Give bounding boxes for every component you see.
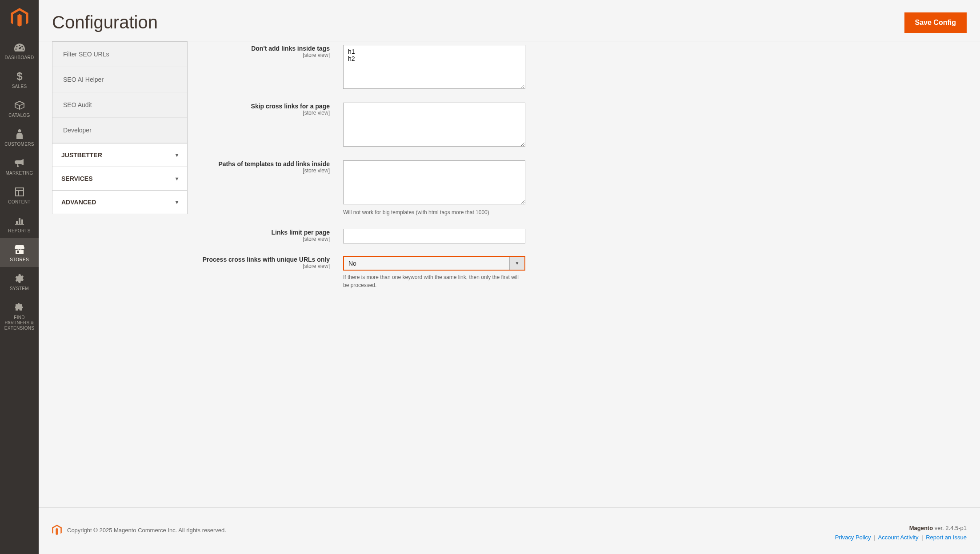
- links-limit-input[interactable]: [343, 229, 525, 243]
- field-scope: [store view]: [201, 110, 330, 116]
- field-scope: [store view]: [201, 167, 330, 174]
- config-group-label: ADVANCED: [61, 199, 96, 206]
- field-scope: [store view]: [201, 52, 330, 58]
- config-group-justbetter[interactable]: JUSTBETTER ▾: [52, 143, 187, 167]
- config-form: Don't add links inside tags [store view]…: [201, 41, 967, 302]
- bullhorn-icon: [15, 157, 24, 169]
- nav-catalog[interactable]: CATALOG: [0, 94, 39, 123]
- magento-logo-icon: [11, 8, 28, 28]
- nav-customers[interactable]: CUSTOMERS: [0, 123, 39, 151]
- puzzle-icon: [15, 302, 24, 313]
- layout-icon: [15, 186, 24, 198]
- config-subitem-developer[interactable]: Developer: [52, 118, 187, 143]
- magento-logo[interactable]: [0, 0, 39, 34]
- field-scope: [store view]: [201, 263, 330, 269]
- save-config-button[interactable]: Save Config: [904, 12, 967, 33]
- field-label-no-links-tags: Don't add links inside tags: [201, 45, 330, 52]
- chevron-down-icon: ▾: [176, 199, 178, 205]
- report-issue-link[interactable]: Report an Issue: [926, 534, 967, 541]
- config-group-label: SERVICES: [61, 175, 93, 182]
- chevron-down-icon: ▾: [176, 175, 178, 182]
- config-subitem-seo-audit[interactable]: SEO Audit: [52, 92, 187, 118]
- version-text: ver. 2.4.5-p1: [933, 525, 967, 531]
- field-label-template-paths: Paths of templates to add links inside: [201, 160, 330, 167]
- privacy-policy-link[interactable]: Privacy Policy: [835, 534, 871, 541]
- person-icon: [16, 128, 23, 140]
- page-title: Configuration: [52, 12, 158, 32]
- separator: |: [874, 534, 875, 541]
- separator: |: [921, 534, 923, 541]
- field-label-unique-urls: Process cross links with unique URLs onl…: [201, 256, 330, 263]
- nav-system[interactable]: SYSTEM: [0, 267, 39, 296]
- field-note: If there is more than one keyword with t…: [343, 273, 525, 289]
- config-group-advanced[interactable]: ADVANCED ▾: [52, 190, 187, 214]
- unique-urls-select[interactable]: No ▼: [343, 256, 525, 271]
- nav-marketing[interactable]: MARKETING: [0, 151, 39, 180]
- field-scope: [store view]: [201, 236, 330, 242]
- config-subitem-filter-seo-urls[interactable]: Filter SEO URLs: [52, 42, 187, 67]
- gauge-icon: [14, 42, 25, 53]
- select-value: No: [344, 257, 509, 270]
- field-note: Will not work for big templates (with ht…: [343, 208, 525, 216]
- no-links-tags-textarea[interactable]: h1 h2: [343, 45, 525, 89]
- skip-cross-textarea[interactable]: [343, 103, 525, 147]
- page-footer: Copyright © 2025 Magento Commerce Inc. A…: [39, 507, 980, 554]
- nav-partners[interactable]: FIND PARTNERS & EXTENSIONS: [0, 296, 39, 335]
- account-activity-link[interactable]: Account Activity: [878, 534, 919, 541]
- template-paths-textarea[interactable]: [343, 160, 525, 204]
- storefront-icon: [15, 244, 24, 255]
- config-group-services[interactable]: SERVICES ▾: [52, 167, 187, 190]
- config-group-label: JUSTBETTER: [61, 151, 102, 159]
- admin-sidebar: DASHBOARD $ SALES CATALOG CUSTOMERS MARK…: [0, 0, 39, 554]
- nav-dashboard[interactable]: DASHBOARD: [0, 36, 39, 65]
- svg-text:$: $: [16, 71, 23, 82]
- chevron-down-icon: ▾: [176, 152, 178, 158]
- copyright-text: Copyright © 2025 Magento Commerce Inc. A…: [67, 527, 226, 534]
- nav-stores[interactable]: STORES: [0, 238, 39, 267]
- dollar-icon: $: [16, 71, 23, 82]
- product-name: Magento: [909, 525, 933, 531]
- field-label-skip-cross: Skip cross links for a page: [201, 103, 330, 110]
- gear-icon: [15, 273, 24, 284]
- nav-reports[interactable]: REPORTS: [0, 209, 39, 238]
- config-nav: Filter SEO URLs SEO AI Helper SEO Audit …: [52, 41, 188, 302]
- magento-footer-icon: [52, 525, 62, 536]
- chevron-down-icon: ▼: [509, 257, 524, 270]
- field-label-links-limit: Links limit per page: [201, 229, 330, 236]
- bars-icon: [15, 215, 24, 227]
- box-icon: [15, 100, 24, 111]
- nav-content[interactable]: CONTENT: [0, 180, 39, 209]
- config-subitem-seo-ai-helper[interactable]: SEO AI Helper: [52, 67, 187, 92]
- nav-sales[interactable]: $ SALES: [0, 65, 39, 94]
